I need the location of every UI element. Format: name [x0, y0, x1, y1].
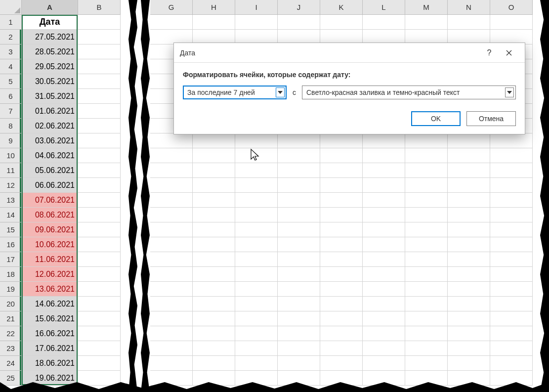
- cell-M24[interactable]: [405, 356, 448, 371]
- cell-B7[interactable]: [78, 104, 121, 119]
- cell-G19[interactable]: [150, 282, 193, 297]
- cell-L21[interactable]: [363, 311, 405, 326]
- cell-A13[interactable]: 07.06.2021: [22, 193, 78, 208]
- cell-B17[interactable]: [78, 252, 121, 267]
- cell-H14[interactable]: [193, 208, 235, 222]
- cell-H24[interactable]: [193, 356, 235, 371]
- cell-G14[interactable]: [150, 208, 193, 222]
- col-header-G[interactable]: G: [150, 0, 193, 15]
- cell-J17[interactable]: [278, 252, 320, 267]
- cell-M14[interactable]: [405, 208, 448, 222]
- cell-I11[interactable]: [235, 163, 278, 178]
- cell-M23[interactable]: [405, 341, 448, 356]
- cell-K23[interactable]: [320, 341, 363, 356]
- cell-A2[interactable]: 27.05.2021: [22, 30, 78, 44]
- cell-N10[interactable]: [448, 148, 490, 163]
- cell-J12[interactable]: [278, 178, 320, 193]
- cell-A11[interactable]: 05.06.2021: [22, 163, 78, 178]
- cell-J18[interactable]: [278, 267, 320, 282]
- col-header-H[interactable]: H: [193, 0, 235, 15]
- cell-J22[interactable]: [278, 326, 320, 341]
- cell-M20[interactable]: [405, 297, 448, 311]
- cell-K1[interactable]: [320, 15, 363, 30]
- cell-O20[interactable]: [490, 297, 533, 311]
- cell-O17[interactable]: [490, 252, 533, 267]
- cell-K9[interactable]: [320, 133, 363, 148]
- cell-N22[interactable]: [448, 326, 490, 341]
- cell-B2[interactable]: [78, 30, 121, 44]
- cell-M15[interactable]: [405, 222, 448, 237]
- col-header-J[interactable]: J: [278, 0, 320, 15]
- cell-A19[interactable]: 13.06.2021: [22, 282, 78, 297]
- format-combo[interactable]: Светло-красная заливка и темно-красный т…: [302, 86, 516, 99]
- cell-M13[interactable]: [405, 193, 448, 208]
- cell-A1[interactable]: Дата: [22, 15, 78, 30]
- cell-K17[interactable]: [320, 252, 363, 267]
- cell-B5[interactable]: [78, 74, 121, 89]
- cell-I12[interactable]: [235, 178, 278, 193]
- cell-A22[interactable]: 16.06.2021: [22, 326, 78, 341]
- col-header-I[interactable]: I: [235, 0, 278, 15]
- row-header-14[interactable]: 14: [0, 208, 22, 222]
- row-header-2[interactable]: 2: [0, 30, 22, 44]
- cell-A12[interactable]: 06.06.2021: [22, 178, 78, 193]
- cell-K18[interactable]: [320, 267, 363, 282]
- cell-L18[interactable]: [363, 267, 405, 282]
- cell-B19[interactable]: [78, 282, 121, 297]
- cell-L11[interactable]: [363, 163, 405, 178]
- cell-A15[interactable]: 09.06.2021: [22, 222, 78, 237]
- cell-O1[interactable]: [490, 15, 533, 30]
- cell-G24[interactable]: [150, 356, 193, 371]
- cell-L9[interactable]: [363, 133, 405, 148]
- cell-A8[interactable]: 02.06.2021: [22, 119, 78, 133]
- cell-H17[interactable]: [193, 252, 235, 267]
- cell-A20[interactable]: 14.06.2021: [22, 297, 78, 311]
- row-header-15[interactable]: 15: [0, 222, 22, 237]
- cell-H22[interactable]: [193, 326, 235, 341]
- cell-G13[interactable]: [150, 193, 193, 208]
- cell-H1[interactable]: [193, 15, 235, 30]
- cell-N15[interactable]: [448, 222, 490, 237]
- cell-K20[interactable]: [320, 297, 363, 311]
- cell-N21[interactable]: [448, 311, 490, 326]
- cell-I14[interactable]: [235, 208, 278, 222]
- row-header-20[interactable]: 20: [0, 297, 22, 311]
- cell-A4[interactable]: 29.05.2021: [22, 59, 78, 74]
- cell-L13[interactable]: [363, 193, 405, 208]
- cancel-button[interactable]: Отмена: [466, 111, 516, 126]
- cell-I19[interactable]: [235, 282, 278, 297]
- cell-H12[interactable]: [193, 178, 235, 193]
- row-header-18[interactable]: 18: [0, 267, 22, 282]
- cell-G21[interactable]: [150, 311, 193, 326]
- cell-O16[interactable]: [490, 237, 533, 252]
- col-header-A[interactable]: A: [22, 0, 78, 15]
- cell-N19[interactable]: [448, 282, 490, 297]
- cell-G17[interactable]: [150, 252, 193, 267]
- row-header-8[interactable]: 8: [0, 119, 22, 133]
- cell-I20[interactable]: [235, 297, 278, 311]
- cell-L22[interactable]: [363, 326, 405, 341]
- cell-O12[interactable]: [490, 178, 533, 193]
- cell-J23[interactable]: [278, 341, 320, 356]
- cell-L10[interactable]: [363, 148, 405, 163]
- row-header-1[interactable]: 1: [0, 15, 22, 30]
- cell-G9[interactable]: [150, 133, 193, 148]
- cell-H25[interactable]: [193, 371, 235, 386]
- cell-A17[interactable]: 11.06.2021: [22, 252, 78, 267]
- cell-O23[interactable]: [490, 341, 533, 356]
- row-header-7[interactable]: 7: [0, 104, 22, 119]
- cell-B15[interactable]: [78, 222, 121, 237]
- cell-N1[interactable]: [448, 15, 490, 30]
- cell-H16[interactable]: [193, 237, 235, 252]
- cell-B3[interactable]: [78, 44, 121, 59]
- cell-G12[interactable]: [150, 178, 193, 193]
- cell-G16[interactable]: [150, 237, 193, 252]
- col-header-N[interactable]: N: [448, 0, 490, 15]
- cell-L16[interactable]: [363, 237, 405, 252]
- cell-I22[interactable]: [235, 326, 278, 341]
- cell-H15[interactable]: [193, 222, 235, 237]
- cell-G10[interactable]: [150, 148, 193, 163]
- cell-J24[interactable]: [278, 356, 320, 371]
- cell-J15[interactable]: [278, 222, 320, 237]
- cell-B18[interactable]: [78, 267, 121, 282]
